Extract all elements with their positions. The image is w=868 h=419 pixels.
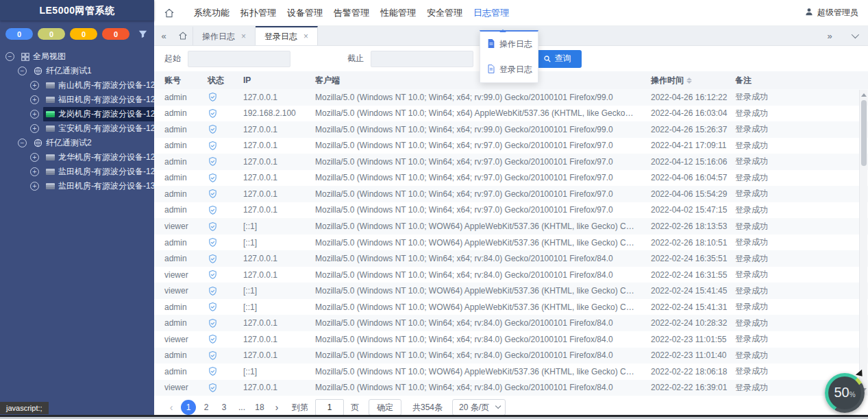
main-menu: 系统功能拓扑管理设备管理告警管理性能管理安全管理日志管理 — [194, 4, 509, 22]
tree-expand-icon[interactable]: + — [30, 95, 39, 104]
column-header[interactable]: 备注 — [735, 75, 858, 86]
nav-item[interactable]: 拓扑管理 — [240, 4, 276, 22]
status-shield-icon — [208, 254, 243, 264]
tree-node[interactable]: +盐田机房-有源波分设备-127 — [0, 165, 154, 179]
tree-collapse-icon[interactable]: − — [18, 67, 27, 75]
prev-page-icon[interactable]: ‹ — [164, 402, 178, 413]
alarm-count-badge[interactable]: 0 — [38, 28, 65, 40]
tree-node[interactable]: −全局视图 — [0, 49, 154, 64]
tree-node[interactable]: +宝安机房-有源波分设备-129 — [0, 121, 154, 136]
tree-collapse-icon[interactable]: − — [18, 139, 27, 147]
nav-item[interactable]: 设备管理 — [287, 4, 323, 22]
column-header[interactable]: IP — [243, 75, 315, 85]
page-number[interactable]: 18 — [252, 400, 267, 415]
goto-confirm-button[interactable]: 确定 — [369, 399, 401, 416]
tab-close-icon[interactable]: × — [241, 32, 246, 40]
search-button[interactable]: 查询 — [532, 50, 582, 68]
dropdown-menu-item[interactable]: 登录日志 — [480, 57, 538, 82]
nav-item[interactable]: 告警管理 — [334, 4, 369, 22]
column-header[interactable]: 操作时间 — [651, 75, 735, 86]
tree-expand-icon[interactable]: + — [30, 167, 39, 176]
zoom-level-widget[interactable]: 50% — [825, 373, 865, 413]
tree-expand-icon[interactable]: + — [30, 110, 39, 119]
table-row[interactable]: admin127.0.0.1Mozilla/5.0 (Windows NT 10… — [154, 138, 868, 154]
time-cell: 2022-04-21 17:09:11 — [651, 141, 735, 150]
table-row[interactable]: viewer127.0.0.1Mozilla/5.0 (Windows NT 1… — [154, 380, 868, 396]
tab[interactable]: 操作日志× — [193, 26, 256, 45]
table-row[interactable]: admin[::1]Mozilla/5.0 (Windows NT 10.0; … — [154, 299, 868, 315]
table-row[interactable]: admin127.0.0.1Mozilla/5.0 (Windows NT 10… — [154, 121, 868, 138]
tab-close-icon[interactable]: × — [303, 32, 308, 40]
table-row[interactable]: admin127.0.0.1Mozilla/5.0 (Windows NT 10… — [154, 348, 868, 364]
scrollbar-thumb[interactable] — [861, 100, 867, 166]
tree-expand-icon[interactable]: + — [30, 81, 39, 90]
table-row[interactable]: viewer127.0.0.1Mozilla/5.0 (Windows NT 1… — [154, 331, 868, 348]
table-row[interactable]: admin127.0.0.1Mozilla/5.0 (Windows NT 10… — [154, 154, 868, 170]
column-header[interactable]: 账号 — [164, 75, 208, 86]
note-cell: 登录成功 — [735, 108, 858, 119]
app-title: LE5000网管系统 — [0, 0, 154, 21]
page-number[interactable]: 3 — [216, 400, 232, 415]
note-cell: 登录成功 — [735, 269, 858, 280]
tree-collapse-icon[interactable]: − — [5, 52, 14, 61]
nav-home-icon[interactable] — [164, 8, 175, 19]
table-row[interactable]: admin127.0.0.1Mozilla/5.0 (Windows NT 10… — [154, 250, 868, 267]
tree-node[interactable]: +福田机房-有源波分设备-123 — [0, 93, 154, 107]
goto-page-input[interactable] — [315, 399, 344, 416]
nav-item[interactable]: 性能管理 — [380, 4, 416, 22]
time-cell: 2022-02-24 16:31:55 — [651, 270, 735, 280]
tree-expand-icon[interactable]: + — [30, 182, 39, 191]
table-row[interactable]: viewer[::1]Mozilla/5.0 (Windows NT 10.0;… — [154, 283, 868, 299]
page-number[interactable]: 1 — [181, 400, 196, 415]
table-row[interactable]: admin127.0.0.1Mozilla/5.0 (Windows NT 10… — [154, 186, 868, 202]
table-row[interactable]: viewer[::1]Mozilla/5.0 (Windows NT 10.0;… — [154, 218, 868, 235]
account-cell: admin — [164, 93, 208, 102]
tree-node-box: 纤亿通测试1 — [31, 64, 95, 78]
table-body: admin127.0.0.1Mozilla/5.0 (Windows NT 10… — [154, 89, 868, 396]
table-row[interactable]: admin127.0.0.1Mozilla/5.0 (Windows NT 10… — [154, 89, 868, 106]
dropdown-menu-item[interactable]: 操作日志 — [480, 32, 538, 57]
scroll-up-icon[interactable] — [861, 93, 867, 97]
nav-item[interactable]: 安全管理 — [427, 4, 462, 22]
table-row[interactable]: admin127.0.0.1Mozilla/5.0 (Windows NT 10… — [154, 202, 868, 219]
tree-node[interactable]: −纤亿通测试2 — [0, 136, 154, 150]
user-menu[interactable]: 超级管理员 — [804, 7, 858, 19]
status-shield-icon — [208, 334, 243, 344]
tree-node[interactable]: +盐田机房-有源波分设备-130 — [0, 179, 154, 193]
alarm-count-badge[interactable]: 0 — [5, 28, 33, 40]
note-cell: 登录成功 — [735, 221, 858, 232]
table-row[interactable]: admin192.168.2.100Mozilla/5.0 (Windows N… — [154, 106, 868, 122]
page-size-select[interactable]: 20 条/页 — [452, 399, 506, 416]
alarm-count-badge[interactable]: 0 — [102, 28, 129, 40]
table-row[interactable]: admin127.0.0.1Mozilla/5.0 (Windows NT 10… — [154, 315, 868, 331]
table-row[interactable]: viewer127.0.0.1Mozilla/5.0 (Windows NT 1… — [154, 267, 868, 283]
nav-item[interactable]: 系统功能 — [194, 4, 230, 22]
column-header[interactable]: 状态 — [208, 75, 243, 86]
filter-funnel-icon[interactable] — [138, 29, 147, 38]
tree-node[interactable]: +南山机房-有源波分设备-124 — [0, 78, 154, 93]
tree-expand-icon[interactable]: + — [30, 153, 39, 162]
sort-icon[interactable] — [686, 77, 692, 84]
nav-item[interactable]: 日志管理 — [473, 4, 509, 22]
start-time-input[interactable] — [188, 51, 290, 67]
page-number[interactable]: 2 — [199, 400, 214, 415]
tree-expand-icon[interactable]: + — [30, 124, 39, 133]
tabs-scroll-left-icon[interactable]: « — [154, 26, 173, 45]
tree-node[interactable]: +龙岗机房-有源波分设备-128 — [0, 107, 154, 121]
tree-node[interactable]: +龙华机房-有源波分设备-126 — [0, 150, 154, 165]
tree-device-icon — [46, 125, 55, 132]
tabs-menu-chevron-icon[interactable] — [852, 31, 859, 38]
tabs-scroll-right-icon[interactable]: » — [820, 31, 839, 41]
tab[interactable]: 登录日志× — [256, 26, 318, 45]
table-scrollbar[interactable] — [859, 90, 867, 395]
account-cell: viewer — [164, 270, 208, 280]
table-row[interactable]: admin127.0.0.1Mozilla/5.0 (Windows NT 10… — [154, 170, 868, 187]
table-row[interactable]: admin[::1]Mozilla/5.0 (Windows NT 10.0; … — [154, 235, 868, 251]
next-page-icon[interactable]: › — [270, 402, 284, 413]
tree-node[interactable]: −纤亿通测试1 — [0, 64, 154, 78]
table-row[interactable]: admin[::1]Mozilla/5.0 (Windows NT 10.0; … — [154, 363, 868, 380]
alarm-count-badge[interactable]: 0 — [70, 28, 97, 40]
end-time-input[interactable] — [371, 51, 473, 67]
tree-node-box: 福田机房-有源波分设备-123 — [43, 93, 154, 107]
tab-home-icon[interactable] — [173, 26, 193, 45]
